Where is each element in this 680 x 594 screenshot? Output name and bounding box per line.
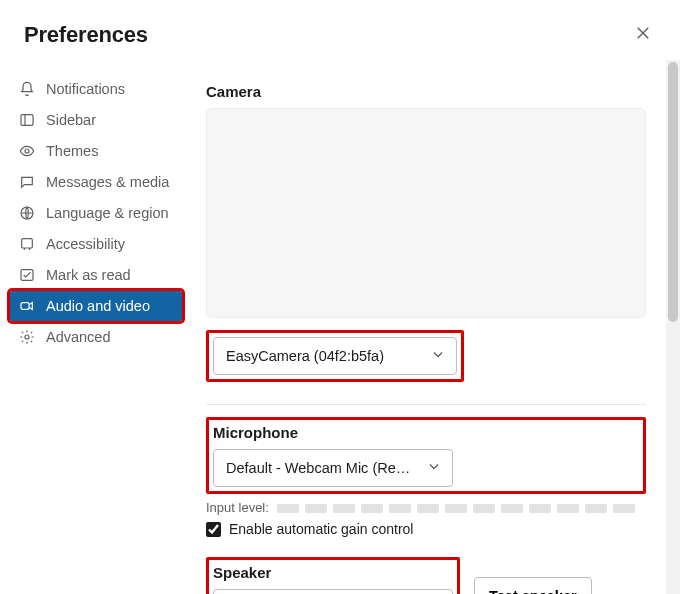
accessibility-icon: [18, 235, 36, 253]
camera-preview: [206, 108, 646, 318]
speaker-section-label: Speaker: [213, 564, 453, 581]
video-icon: [18, 297, 36, 315]
microphone-select-value: Default - Webcam Mic (Realtek(R) A...: [226, 460, 416, 476]
svg-rect-10: [21, 303, 29, 310]
sidebar-item-label: Sidebar: [46, 112, 96, 128]
message-icon: [18, 173, 36, 191]
input-level-row: Input level:: [206, 500, 646, 515]
check-icon: [18, 266, 36, 284]
sidebar-item-label: Accessibility: [46, 236, 125, 252]
scrollbar-thumb[interactable]: [668, 62, 678, 322]
close-button[interactable]: [630, 20, 656, 49]
sidebar-item-advanced[interactable]: Advanced: [10, 322, 182, 352]
close-icon: [634, 24, 652, 45]
input-level-label: Input level:: [206, 500, 269, 515]
sidebar-item-language-region[interactable]: Language & region: [10, 198, 182, 228]
dialog-title: Preferences: [24, 22, 148, 48]
sidebar-item-label: Language & region: [46, 205, 169, 221]
camera-section-label: Camera: [206, 83, 646, 100]
dialog-body: Notifications Sidebar Themes Messages & …: [0, 65, 680, 594]
svg-rect-2: [21, 115, 33, 126]
sidebar-item-label: Notifications: [46, 81, 125, 97]
camera-select-highlight: EasyCamera (04f2:b5fa): [206, 330, 464, 382]
input-level-meter: [277, 504, 635, 513]
camera-select-value: EasyCamera (04f2:b5fa): [226, 348, 384, 364]
auto-gain-row[interactable]: Enable automatic gain control: [206, 521, 646, 537]
sidebar-item-audio-video[interactable]: Audio and video: [10, 291, 182, 321]
sidebar-item-label: Advanced: [46, 329, 111, 345]
sidebar-item-label: Themes: [46, 143, 98, 159]
svg-point-4: [25, 149, 29, 153]
scrollbar[interactable]: [666, 60, 680, 594]
microphone-section-label: Microphone: [213, 424, 639, 441]
sidebar-item-mark-as-read[interactable]: Mark as read: [10, 260, 182, 290]
sidebar-item-messages-media[interactable]: Messages & media: [10, 167, 182, 197]
preferences-sidebar: Notifications Sidebar Themes Messages & …: [0, 65, 190, 594]
auto-gain-label: Enable automatic gain control: [229, 521, 413, 537]
sidebar-item-sidebar[interactable]: Sidebar: [10, 105, 182, 135]
microphone-highlight: Microphone Default - Webcam Mic (Realtek…: [206, 417, 646, 494]
sidebar-item-notifications[interactable]: Notifications: [10, 74, 182, 104]
chevron-down-icon: [426, 459, 442, 478]
microphone-select[interactable]: Default - Webcam Mic (Realtek(R) A...: [213, 449, 453, 487]
auto-gain-checkbox[interactable]: [206, 522, 221, 537]
dialog-header: Preferences: [0, 0, 680, 65]
divider: [206, 404, 646, 405]
speaker-select[interactable]: Default - Speakers (Realtek(R) Audio): [213, 589, 453, 594]
sidebar-item-label: Mark as read: [46, 267, 131, 283]
sidebar-item-label: Messages & media: [46, 174, 169, 190]
gear-icon: [18, 328, 36, 346]
eye-icon: [18, 142, 36, 160]
sidebar-item-accessibility[interactable]: Accessibility: [10, 229, 182, 259]
camera-select[interactable]: EasyCamera (04f2:b5fa): [213, 337, 457, 375]
sidebar-item-themes[interactable]: Themes: [10, 136, 182, 166]
chevron-down-icon: [430, 347, 446, 366]
sidebar-icon: [18, 111, 36, 129]
main-panel: Camera EasyCamera (04f2:b5fa) Microphone…: [190, 65, 680, 594]
speaker-highlight: Speaker Default - Speakers (Realtek(R) A…: [206, 557, 460, 594]
bell-icon: [18, 80, 36, 98]
test-speaker-button[interactable]: Test speaker: [474, 577, 592, 594]
sidebar-item-label: Audio and video: [46, 298, 150, 314]
svg-point-11: [25, 335, 29, 339]
globe-icon: [18, 204, 36, 222]
svg-rect-6: [22, 239, 33, 248]
